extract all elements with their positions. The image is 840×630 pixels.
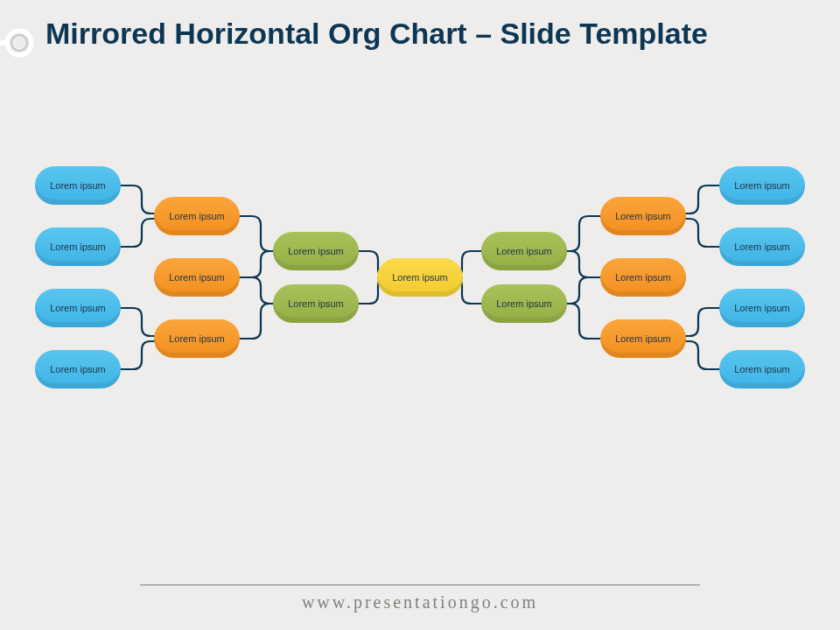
left-blue-node: Lorem ipsum — [35, 289, 121, 327]
left-green-node: Lorem ipsum — [273, 232, 359, 270]
left-orange-node: Lorem ipsum — [154, 197, 240, 235]
center-node: Lorem ipsum — [377, 258, 463, 297]
left-blue-node: Lorem ipsum — [35, 228, 121, 266]
slide-footer: www.presentationgo.com — [140, 584, 700, 612]
connectors — [35, 166, 805, 455]
right-blue-node: Lorem ipsum — [719, 166, 805, 205]
left-blue-node: Lorem ipsum — [35, 166, 121, 205]
slide-header: Mirrored Horizontal Org Chart – Slide Te… — [0, 16, 840, 65]
org-chart: Lorem ipsum Lorem ipsum Lorem ipsum Lore… — [35, 166, 805, 455]
svg-point-2 — [11, 35, 27, 51]
right-green-node: Lorem ipsum — [481, 232, 567, 270]
right-blue-node: Lorem ipsum — [719, 289, 805, 327]
left-orange-node: Lorem ipsum — [154, 258, 240, 297]
left-green-node: Lorem ipsum — [273, 284, 359, 323]
right-orange-node: Lorem ipsum — [600, 319, 686, 358]
right-blue-node: Lorem ipsum — [719, 228, 805, 266]
left-orange-node: Lorem ipsum — [154, 319, 240, 358]
footer-link[interactable]: www.presentationgo.com — [302, 592, 538, 612]
left-blue-node: Lorem ipsum — [35, 350, 121, 388]
right-orange-node: Lorem ipsum — [600, 258, 686, 297]
slide-title: Mirrored Horizontal Org Chart – Slide Te… — [46, 16, 708, 52]
right-orange-node: Lorem ipsum — [600, 197, 686, 235]
header-ring-icon — [0, 21, 37, 65]
right-green-node: Lorem ipsum — [481, 284, 567, 323]
right-blue-node: Lorem ipsum — [719, 350, 805, 388]
